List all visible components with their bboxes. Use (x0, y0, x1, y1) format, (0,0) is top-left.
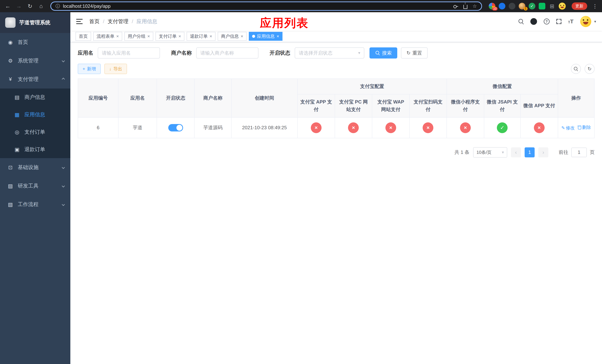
infrastructure-icon: ⊡ (7, 164, 13, 171)
extension-icon-1[interactable]: 10 (489, 3, 495, 10)
page-1-button[interactable]: 1 (525, 147, 535, 157)
help-icon[interactable]: ? (544, 19, 550, 24)
url-bar[interactable]: ⓘ localhost:1024/pay/app ☆ (50, 1, 482, 11)
tab-refund-orders[interactable]: 退款订单× (187, 32, 215, 41)
search-button-label: 搜索 (382, 50, 392, 56)
export-button[interactable]: ↓ 导出 (104, 64, 127, 74)
chevron-down-icon: ▾ (502, 150, 504, 155)
close-icon[interactable]: × (147, 34, 150, 39)
extension-icon-4[interactable]: 1 (519, 3, 525, 10)
tab-app-info[interactable]: 应用信息× (249, 32, 282, 41)
breadcrumb-separator: / (103, 19, 104, 24)
col-wechat-app: 微信 APP 支付 (521, 94, 558, 117)
bookmark-star-icon[interactable]: ☆ (473, 3, 477, 9)
extension-icon-2[interactable] (499, 3, 505, 10)
close-icon[interactable]: × (116, 34, 119, 39)
site-info-icon[interactable]: ⓘ (55, 3, 60, 9)
fullscreen-icon[interactable] (556, 19, 561, 24)
sidebar-item-system[interactable]: ⚙ 系统管理 (0, 52, 70, 70)
sidebar-item-home[interactable]: ◉ 首页 (0, 33, 70, 52)
sidebar-item-payment[interactable]: ¥ 支付管理 (0, 70, 70, 88)
table-row: 6 芋道 芋道源码 2021-10-23 08:49:25 × × × × × … (78, 117, 594, 138)
search-button[interactable]: 搜索 (369, 47, 397, 58)
col-ops: 操作 (558, 79, 594, 117)
refresh-icon: ↻ (407, 50, 411, 56)
page-size-select[interactable]: 10条/页 ▾ (473, 147, 507, 158)
browser-back-button[interactable]: ← (3, 1, 13, 11)
next-page-button[interactable]: › (538, 147, 548, 157)
extension-icon-3[interactable] (509, 3, 515, 10)
col-group-alipay: 支付宝配置 (298, 79, 447, 94)
close-icon[interactable]: × (277, 34, 279, 39)
sidebar-item-dev-tools[interactable]: ▨ 研发工具 (0, 177, 70, 195)
sidebar-item-label: 系统管理 (18, 57, 39, 64)
col-group-wechat: 微信配置 (447, 79, 558, 94)
close-icon[interactable]: × (178, 34, 181, 39)
goto-page-input[interactable] (571, 148, 587, 157)
tab-merchant-info[interactable]: 商户信息× (218, 32, 247, 41)
user-avatar[interactable] (580, 16, 591, 27)
tab-label: 商户信息 (221, 33, 239, 39)
chevron-down-icon (62, 184, 65, 188)
browser-refresh-button[interactable]: ↻ (25, 1, 35, 11)
breadcrumb-payment[interactable]: 支付管理 (108, 18, 129, 25)
toggle-search-button[interactable] (571, 64, 581, 74)
password-key-icon[interactable] (453, 3, 458, 9)
edit-link[interactable]: ✎修改 (561, 125, 575, 131)
col-merchant: 商户名称 (194, 79, 231, 117)
close-icon[interactable]: × (210, 34, 212, 39)
merchant-card-icon: ▤ (14, 94, 20, 100)
hamburger-icon[interactable] (76, 19, 83, 24)
add-button[interactable]: + 新增 (78, 64, 101, 74)
url-text[interactable]: localhost:1024/pay/app (63, 3, 110, 9)
app-name-input[interactable] (98, 47, 160, 58)
sidebar-logo[interactable]: 芋道管理系统 (0, 12, 70, 33)
export-button-label: 导出 (113, 66, 122, 72)
search-icon (574, 67, 578, 71)
alipay-pc-status-icon: × (348, 122, 359, 133)
extensions-puzzle-icon[interactable]: ⊞ (549, 3, 555, 10)
sidebar-item-label: 研发工具 (18, 182, 39, 189)
font-size-big: T (570, 18, 573, 24)
extension-icon-5[interactable]: ✓ (529, 3, 535, 10)
sidebar-item-workflow[interactable]: ▧ 工作流程 (0, 195, 70, 214)
extension-icon-6[interactable] (539, 3, 545, 10)
sidebar-item-refund-orders[interactable]: ▣ 退款订单 (0, 141, 70, 158)
search-icon[interactable] (518, 19, 524, 24)
reset-button[interactable]: ↻ 重置 (401, 47, 428, 58)
breadcrumb: 首页 / 支付管理 / 应用信息 (89, 18, 157, 25)
logo-avatar (5, 17, 16, 28)
tab-process-form[interactable]: 流程表单× (93, 32, 122, 41)
status-toggle[interactable] (168, 124, 183, 131)
browser-update-button[interactable]: 更新 (572, 2, 587, 10)
col-alipay-qr: 支付宝扫码支付 (409, 94, 447, 117)
sidebar-item-pay-orders[interactable]: ◎ 支付订单 (0, 123, 70, 141)
status-select-placeholder: 请选择开启状态 (299, 50, 333, 56)
sidebar-item-merchant-info[interactable]: ▤ 商户信息 (0, 88, 70, 106)
sidebar-item-app-info[interactable]: ▦ 应用信息 (0, 106, 70, 123)
sidebar-item-infrastructure[interactable]: ⊡ 基础设施 (0, 158, 70, 177)
profile-avatar[interactable] (559, 3, 566, 10)
tab-home[interactable]: 首页 (75, 32, 91, 41)
refresh-table-button[interactable]: ↻ (585, 64, 595, 74)
close-icon[interactable]: × (241, 34, 243, 39)
avatar-caret-icon[interactable]: ▾ (594, 19, 596, 24)
browser-home-button[interactable]: ⌂ (36, 1, 46, 11)
col-status: 开启状态 (157, 79, 194, 117)
delete-label: 删除 (582, 124, 591, 130)
github-icon[interactable] (530, 18, 537, 25)
prev-page-button[interactable]: ‹ (511, 147, 521, 157)
tab-user-group[interactable]: 用户分组× (124, 32, 153, 41)
tab-label: 支付订单 (159, 33, 177, 39)
share-icon[interactable] (463, 5, 467, 9)
chevron-down-icon (62, 166, 65, 169)
delete-link[interactable]: 删除 (578, 124, 591, 130)
tab-pay-orders[interactable]: 支付订单× (155, 32, 184, 41)
browser-forward-button[interactable]: → (14, 1, 24, 11)
merchant-name-input[interactable] (196, 47, 258, 58)
status-select[interactable]: 请选择开启状态 ▾ (295, 47, 364, 58)
breadcrumb-home[interactable]: 首页 (89, 18, 100, 25)
order-icon: ◎ (14, 129, 20, 135)
font-size-icon[interactable]: TT (568, 18, 573, 25)
browser-menu-icon[interactable]: ⋮ (591, 3, 599, 9)
